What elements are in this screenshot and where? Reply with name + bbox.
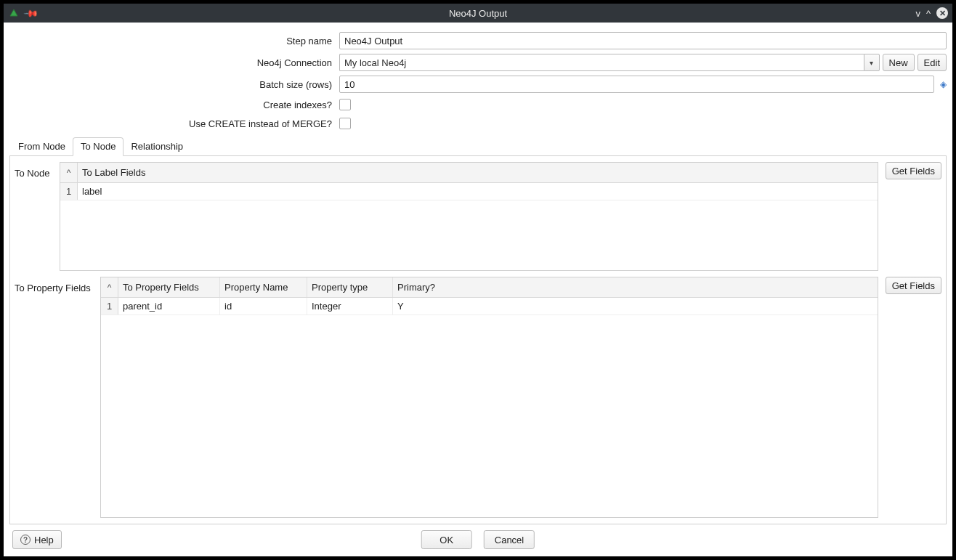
use-create-checkbox[interactable] — [339, 118, 351, 129]
window-title: Neo4J Output — [449, 8, 507, 19]
property-type-header[interactable]: Property type — [307, 277, 393, 297]
cancel-button[interactable]: Cancel — [484, 530, 535, 549]
new-button[interactable]: New — [883, 54, 915, 71]
step-name-input[interactable]: Neo4J Output — [339, 32, 947, 49]
label-fields-header[interactable]: To Label Fields — [78, 163, 878, 182]
edit-button[interactable]: Edit — [917, 54, 947, 71]
sort-column-header[interactable]: ^ — [60, 163, 78, 182]
batch-size-label: Batch size (rows) — [9, 79, 336, 90]
label-fields-table: ^ To Label Fields 1 label — [60, 162, 878, 271]
property-type-cell[interactable]: Integer — [307, 298, 393, 315]
help-button-label: Help — [34, 535, 54, 545]
batch-size-value: 10 — [344, 79, 355, 90]
minimize-icon[interactable]: v — [915, 9, 920, 18]
property-name-header[interactable]: Property Name — [220, 277, 307, 297]
tab-panel: To Node ^ To Label Fields 1 label Get Fi… — [9, 156, 947, 524]
tab-from-node[interactable]: From Node — [11, 138, 73, 155]
property-fields-header[interactable]: To Property Fields — [118, 277, 220, 297]
property-field-cell[interactable]: parent_id — [118, 298, 220, 315]
table-row[interactable]: 1 parent_id id Integer Y — [101, 298, 878, 315]
tab-relationship[interactable]: Relationship — [123, 138, 190, 155]
connection-label: Neo4j Connection — [9, 57, 336, 68]
row-number: 1 — [101, 298, 118, 315]
pin-icon[interactable]: 📌 — [23, 5, 39, 21]
row-number: 1 — [60, 183, 78, 200]
connection-value: My local Neo4j — [344, 57, 406, 68]
tab-to-node[interactable]: To Node — [73, 137, 123, 156]
app-icon — [8, 7, 20, 19]
variable-icon[interactable]: ◈ — [940, 79, 947, 89]
to-node-section-label: To Node — [15, 162, 55, 271]
table-row[interactable]: 1 label — [60, 183, 878, 200]
get-fields-labels-button[interactable]: Get Fields — [886, 162, 941, 179]
tab-strip: From Node To Node Relationship — [9, 137, 947, 156]
ok-button[interactable]: OK — [421, 530, 472, 549]
property-name-cell[interactable]: id — [220, 298, 307, 315]
step-name-label: Step name — [9, 36, 336, 46]
create-indexes-checkbox[interactable] — [339, 99, 351, 110]
get-fields-properties-button[interactable]: Get Fields — [886, 277, 941, 294]
help-button[interactable]: ? Help — [12, 530, 62, 549]
property-fields-table: ^ To Property Fields Property Name Prope… — [100, 277, 878, 518]
primary-header[interactable]: Primary? — [393, 277, 878, 297]
step-name-value: Neo4J Output — [344, 36, 402, 46]
close-icon[interactable]: ✕ — [936, 7, 948, 19]
primary-cell[interactable]: Y — [393, 298, 878, 315]
create-indexes-label: Create indexes? — [9, 100, 336, 110]
sort-column-header[interactable]: ^ — [101, 277, 118, 297]
label-field-cell[interactable]: label — [78, 183, 878, 200]
help-icon: ? — [20, 535, 31, 545]
chevron-down-icon[interactable]: ▾ — [864, 54, 880, 71]
batch-size-input[interactable]: 10 — [339, 76, 934, 93]
maximize-icon[interactable]: ^ — [926, 9, 931, 18]
title-bar: 📌 Neo4J Output v ^ ✕ — [4, 4, 952, 23]
use-create-label: Use CREATE instead of MERGE? — [9, 118, 336, 129]
to-property-section-label: To Property Fields — [15, 277, 96, 518]
connection-select[interactable]: My local Neo4j — [339, 54, 864, 71]
